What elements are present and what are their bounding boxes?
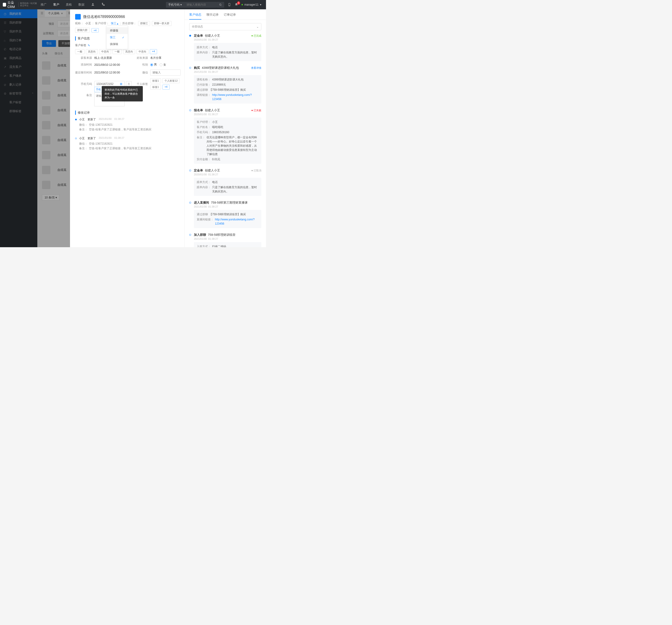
friend-value: 名片分享 <box>150 56 181 60</box>
phone-link-button[interactable]: 手机 <box>94 87 103 92</box>
groups-more[interactable]: +4 <box>92 28 99 32</box>
tab-activity[interactable]: 客户动态 <box>189 12 201 20</box>
timeline-item: 加入群聊759-59班理财训练营2021/01/30 01:38:27入群方式：… <box>189 233 261 247</box>
lastchat-value: 2021/09/10 12:00:00 <box>94 71 131 74</box>
nick-label: 昵称： <box>75 22 83 25</box>
timeline-item: 报名单创建人小王2020/01/30 01:38:27客户经理：小王客户姓名：唔… <box>189 108 261 164</box>
tags-more[interactable]: +4 <box>150 49 157 54</box>
nav-data[interactable]: 数据 <box>78 3 85 7</box>
manager-dropdown: 师馨薇 张三✓ 俱保咏 <box>106 26 128 49</box>
section-history: 修改记录 <box>75 110 179 115</box>
wechat-label: 微信 <box>134 71 148 75</box>
gender-radio[interactable]: 男女 <box>150 63 181 67</box>
logo: 云朵CRM 教育机构一站式服务云平台 <box>0 1 37 9</box>
edit-tags-icon[interactable]: ✎ <box>88 44 90 47</box>
manager-dropdown-trigger[interactable]: 张三 ▴ <box>111 22 118 25</box>
addtime-value: 2021/09/10 12:00:00 <box>94 63 131 67</box>
nav: 推广 客户 质检 数据 <box>41 3 105 7</box>
phone-tooltip: 查询到此手机号码在系统中已存在，可以将两条客户数据合并为一条 <box>102 86 143 101</box>
timeline-item: 进入直播间759-59班第三期理财直播课2021/01/30 01:38:27通… <box>189 201 261 228</box>
svg-point-1 <box>220 4 221 5</box>
ptags-more[interactable]: +4 <box>162 85 170 90</box>
gender-label: 性别 <box>134 63 148 67</box>
source-value: 线上-北京昱新 <box>94 56 131 60</box>
dropdown-option[interactable]: 张三✓ <box>106 34 128 41</box>
topbar: 云朵CRM 教育机构一站式服务云平台 推广 客户 质检 数据 手机号码 ▾ 5 … <box>0 0 266 9</box>
bell-icon[interactable]: 5 <box>235 3 238 6</box>
drawer: 微信名称6789990000966 代下单 交定金 昵称：小王 客户经理： 张三… <box>70 9 266 247</box>
timeline-item: 定金单创建人小王2020/01/30 01:38:27跟单方式：电话跟单内容：只… <box>189 33 261 61</box>
timeline-link[interactable]: http://www.yunduoketang.com/?123456 <box>215 217 259 226</box>
nick-value: 小王 <box>86 22 91 25</box>
tag-chip[interactable]: 高意向 <box>123 49 135 54</box>
logo-subtitle: 教育机构一站式服务云平台 <box>19 2 37 7</box>
detail-link[interactable]: 查看详情 <box>251 66 261 70</box>
user-menu[interactable]: manager11 ▾ <box>241 3 261 6</box>
topbar-right: 手机号码 ▾ 5 manager11 ▾ <box>166 2 266 8</box>
ptags-label: 个人标签 <box>134 82 148 86</box>
history-item: 小王更新了2021/01/3001:38:27微信：空值-13672182821… <box>75 118 179 132</box>
timeline-item: 定金单创建人小王2020/01/30 01:38:27跟单方式：电话跟单内容：只… <box>189 168 261 196</box>
logo-icon <box>3 3 6 6</box>
search-icon[interactable] <box>217 2 224 8</box>
group-chip[interactable]: 群聊三 <box>138 21 150 26</box>
wechat-input[interactable] <box>150 70 181 76</box>
activity-filter[interactable]: 全部动态⌄ <box>189 23 261 30</box>
svg-point-0 <box>92 3 93 4</box>
logo-text: 云朵CRM <box>7 1 17 9</box>
timeline-link[interactable]: http://www.yunduoketang.com/?123456 <box>212 93 259 101</box>
tag-chip[interactable]: 中意向 <box>99 49 111 54</box>
tag-chip[interactable]: 高意向 <box>86 49 98 54</box>
addtime-label: 添加时间 <box>75 63 92 67</box>
group-chip[interactable]: 群聊一群大群 <box>152 21 171 26</box>
phone-icon[interactable] <box>101 3 105 6</box>
tab-orders[interactable]: 订单记录 <box>224 12 236 20</box>
phone-label: 手机号码 <box>75 82 92 86</box>
ptag-chip[interactable]: 标签1 <box>150 78 161 83</box>
tag-chip[interactable]: 一般 <box>113 49 122 54</box>
ptag-chip[interactable]: 标签1 <box>150 85 161 90</box>
notification-badge: 5 <box>237 1 240 5</box>
mobile-icon[interactable] <box>227 3 231 6</box>
search-type-select[interactable]: 手机号码 ▾ <box>166 2 184 8</box>
tab-chat[interactable]: 聊天记录 <box>207 12 219 20</box>
dropdown-option[interactable]: 俱保咏 <box>106 41 128 48</box>
tags-label: 客户标签 <box>75 43 86 47</box>
nav-promote[interactable]: 推广 <box>41 3 47 7</box>
nav-qc[interactable]: 质检 <box>66 3 72 7</box>
groups-label: 所在群聊： <box>122 22 136 25</box>
manager-label: 客户经理： <box>95 22 109 25</box>
drawer-title: 微信名称6789990000966 <box>83 15 125 19</box>
drawer-logo-icon <box>75 14 81 20</box>
tag-chip[interactable]: 中意向 <box>137 49 148 54</box>
tag-chip[interactable]: 一般 <box>75 49 85 54</box>
group-chip[interactable]: 群聊六群 <box>75 28 90 33</box>
nav-customer[interactable]: 客户 <box>53 3 59 7</box>
dropdown-option[interactable]: 师馨薇 <box>106 27 128 34</box>
ptag-chip[interactable]: 个人标签12 <box>162 78 180 83</box>
friend-label: 好友来源 <box>134 56 148 60</box>
remark-label: 备注 <box>75 92 92 97</box>
search-input[interactable] <box>184 2 217 8</box>
lastchat-label: 最近聊天时间 <box>75 71 92 75</box>
contact-icon[interactable]: ⊞ <box>120 82 123 85</box>
right-tabs: 客户动态 聊天记录 订单记录 <box>185 9 266 20</box>
user-icon[interactable] <box>91 3 95 6</box>
source-label: 获客来源 <box>75 56 92 60</box>
timeline-item: 购买4399理财课进阶课程大礼包2021/01/30 01:38:27课程名称：… <box>189 66 261 103</box>
history-item: 小王更新了2021/01/3001:38:27微信：空值-13672182821… <box>75 136 179 151</box>
